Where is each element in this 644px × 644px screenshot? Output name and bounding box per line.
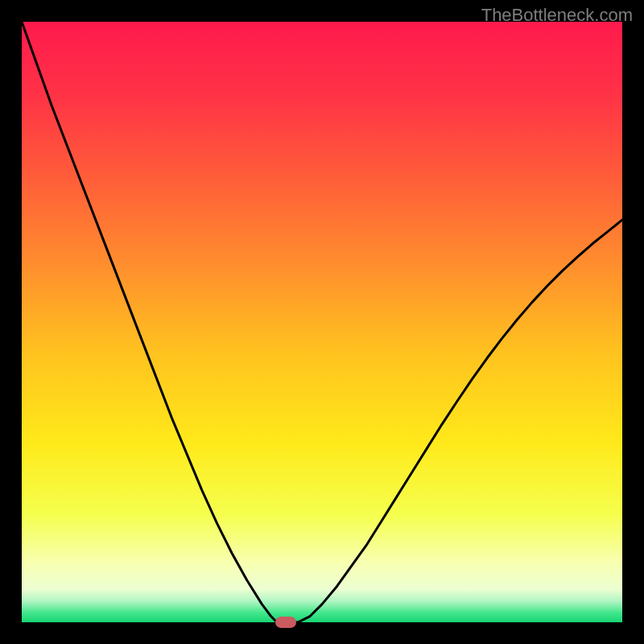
optimal-point-marker (275, 617, 296, 628)
chart-plot-area (22, 22, 622, 622)
watermark-text: TheBottleneck.com (481, 5, 633, 26)
chart-svg (22, 22, 622, 622)
chart-background-gradient (22, 22, 622, 622)
